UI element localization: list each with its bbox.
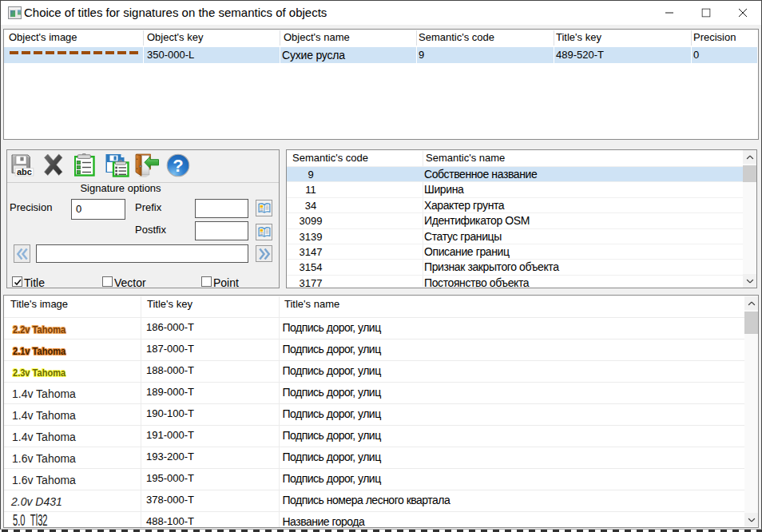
title-name-cell: Подпись дорог, улиц — [283, 343, 381, 355]
title-row[interactable]: 1.4v Tahoma 191-000-T Подпись дорог, ули… — [4, 425, 744, 447]
col-titles-name[interactable]: Title's name — [284, 298, 339, 310]
scroll-up-button[interactable] — [743, 150, 756, 164]
col-objects-name[interactable]: Object's name — [284, 31, 350, 43]
screen: Choice of titles for signatures on the s… — [0, 0, 762, 532]
titles-scrollbar[interactable] — [744, 296, 758, 527]
precision-input[interactable]: 0 — [71, 199, 125, 220]
minimize-icon — [665, 9, 674, 18]
semantic-code-cell: 3154 — [287, 261, 335, 273]
semantic-row[interactable]: 3139 Статус границы — [287, 228, 743, 244]
point-checkbox-box — [201, 276, 212, 287]
vector-checkbox-label: Vector — [114, 276, 146, 289]
semantic-row[interactable]: 3099 Идентификатор OSM — [287, 212, 743, 228]
title-key-cell: 488-100-T — [146, 515, 194, 527]
prev-button[interactable] — [14, 244, 30, 263]
col-precision[interactable]: Precision — [693, 31, 736, 43]
scroll-down-button[interactable] — [743, 274, 756, 288]
title-key-cell: 190-100-T — [146, 407, 194, 419]
col-titles-key2[interactable]: Title's key — [147, 298, 192, 310]
header-column-separator — [554, 30, 554, 46]
signature-text-input[interactable] — [36, 244, 248, 263]
semantic-name-cell: Ширина — [424, 183, 463, 196]
arrow-up-icon — [748, 301, 755, 305]
object-image-dashed-line — [10, 51, 141, 54]
title-key-cell: 489-520-T — [556, 49, 604, 61]
arrow-down-icon — [748, 518, 755, 522]
save-button[interactable]: abc — [11, 153, 35, 177]
title-key-cell: 186-000-T — [146, 321, 194, 333]
col-semantic-code[interactable]: Semantic's code — [292, 152, 368, 164]
semantic-name-cell: Идентификатор OSM — [424, 214, 530, 227]
title-row[interactable]: 2.3v Tahoma 188-000-T Подпись дорог, ули… — [4, 360, 744, 382]
title-image-cell: 2.3v Tahoma — [13, 367, 65, 379]
semantic-row[interactable]: 11 Ширина — [287, 181, 743, 197]
semantic-code-cell: 9 — [287, 169, 335, 181]
semantic-row[interactable]: 3154 Признак закрытого объекта — [287, 259, 743, 275]
scroll-down-button[interactable] — [744, 513, 758, 526]
title-image-cell: 1.4v Tahoma — [12, 409, 76, 422]
title-checkbox-box — [12, 276, 22, 287]
col-semantic-name[interactable]: Semantic's name — [426, 152, 505, 164]
book-icon — [257, 226, 271, 238]
title-row[interactable]: 1.6v Tahoma 193-200-T Подпись дорог, ули… — [4, 447, 744, 468]
title-image-cell: 1.6v Tahoma — [12, 474, 76, 486]
clipboard-list-icon — [74, 153, 98, 177]
row-column-separator — [280, 47, 280, 63]
delete-button[interactable] — [44, 153, 68, 177]
help-button[interactable]: ? — [166, 153, 190, 177]
scroll-thumb[interactable] — [744, 312, 758, 334]
maximize-button[interactable] — [688, 1, 724, 25]
title-key-cell: 193-200-T — [146, 451, 194, 463]
title-key-cell: 195-000-T — [146, 472, 194, 484]
semantic-scrollbar[interactable] — [743, 150, 756, 288]
prefix-input[interactable] — [195, 199, 248, 218]
window-title: Choice of titles for signatures on the s… — [24, 6, 327, 19]
object-row-selected[interactable]: 350-000-L Сухие русла 9 489-520-T 0 — [4, 47, 757, 63]
title-row[interactable]: 2.2v Tahoma 186-000-T Подпись дорог, ули… — [4, 317, 744, 339]
next-button[interactable] — [256, 245, 272, 262]
semantic-name-cell: Статус границы — [424, 230, 502, 243]
semantic-row[interactable]: 9 Собственное название — [287, 166, 743, 182]
prefix-dictionary-button[interactable] — [256, 200, 272, 216]
close-button[interactable] — [724, 1, 761, 25]
delete-cross-icon — [44, 153, 68, 177]
semantic-row[interactable]: 3177 Постоянство объекта — [287, 275, 743, 288]
semantic-name-cell: Собственное название — [424, 168, 537, 181]
scroll-thumb[interactable] — [743, 165, 756, 182]
col-titles-image[interactable]: Title's image — [10, 298, 68, 310]
title-name-cell: Подпись дорог, улиц — [283, 451, 381, 463]
title-row[interactable]: 2.0v D431 378-000-T Подпись номера лесно… — [4, 490, 744, 511]
arrow-up-icon — [746, 155, 753, 159]
col-semantics-code[interactable]: Semantic's code — [419, 31, 494, 43]
save-list-button[interactable] — [105, 153, 129, 177]
titlebar[interactable]: Choice of titles for signatures on the s… — [1, 1, 761, 25]
title-row[interactable]: 2.1v Tahoma 187-000-T Подпись дорог, ули… — [4, 339, 744, 360]
minimize-button[interactable] — [651, 1, 688, 25]
semantic-code-cell: 3099 — [287, 215, 335, 227]
exit-door-icon — [135, 153, 159, 177]
title-key-cell: 189-000-T — [146, 386, 194, 398]
col-titles-key[interactable]: Title's key — [556, 31, 601, 43]
header-column-separator — [691, 30, 692, 46]
col-objects-key[interactable]: Object's key — [147, 31, 203, 43]
title-row[interactable]: 5.0_Tl32 488-100-T Название города — [4, 511, 744, 528]
title-row[interactable]: 1.4v Tahoma 189-000-T Подпись дорог, ули… — [4, 382, 744, 403]
vector-checkbox-box — [102, 276, 113, 287]
semantic-row[interactable]: 3147 Описание границ — [287, 244, 743, 260]
title-row[interactable]: 1.4v Tahoma 190-100-T Подпись дорог, ули… — [4, 403, 744, 425]
save-clipboard-icon — [105, 153, 129, 177]
scroll-up-button[interactable] — [744, 296, 758, 310]
title-row[interactable]: 1.6v Tahoma 195-000-T Подпись дорог, ули… — [4, 468, 744, 490]
svg-text:abc: abc — [17, 167, 32, 177]
list-button[interactable] — [74, 153, 98, 177]
double-chevron-left-icon — [16, 248, 28, 260]
semantic-name-cell: Характер грунта — [424, 199, 504, 212]
postfix-dictionary-button[interactable] — [256, 224, 272, 240]
row-column-separator — [143, 47, 144, 63]
semantic-name-cell: Описание границ — [424, 245, 510, 258]
exit-button[interactable] — [135, 153, 159, 177]
semantic-row[interactable]: 34 Характер грунта — [287, 197, 743, 213]
title-name-cell: Подпись дорог, улиц — [283, 429, 381, 442]
col-objects-image[interactable]: Object's image — [9, 31, 77, 43]
postfix-input[interactable] — [195, 221, 248, 240]
